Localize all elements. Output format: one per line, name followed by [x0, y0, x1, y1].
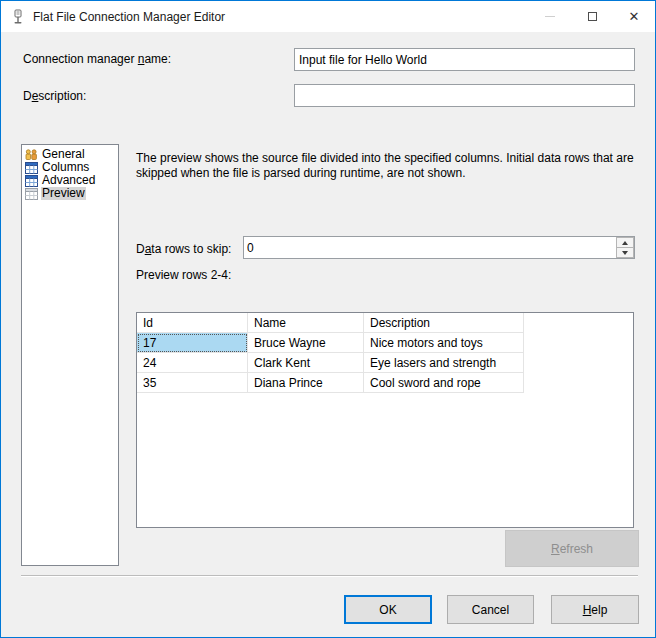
cell-id[interactable]: 24 [137, 353, 248, 373]
pages-tree: General Columns Advanced [21, 144, 119, 566]
cell-description[interactable]: Cool sword and rope [364, 373, 524, 393]
cell-name[interactable]: Clark Kent [248, 353, 364, 373]
spinner-up-icon[interactable] [616, 237, 634, 248]
column-header-description[interactable]: Description [364, 313, 524, 333]
help-button[interactable]: Help [551, 595, 639, 624]
maximize-icon[interactable] [571, 1, 613, 32]
caption-buttons: ✕ [529, 1, 655, 32]
column-header-id[interactable]: Id [137, 313, 248, 333]
columns-icon [25, 162, 38, 174]
connection-manager-name-input[interactable] [294, 48, 635, 71]
general-icon [25, 149, 38, 161]
spinner-down-icon[interactable] [616, 248, 634, 258]
cell-name[interactable]: Bruce Wayne [248, 333, 364, 353]
cell-description[interactable]: Eye lasers and strength [364, 353, 524, 373]
data-rows-to-skip-input[interactable] [244, 237, 616, 258]
preview-description-text: The preview shows the source file divide… [136, 151, 636, 181]
preview-rows-label: Preview rows 2-4: [136, 268, 231, 282]
preview-icon [25, 188, 38, 200]
flat-file-connection-icon [11, 9, 25, 25]
spinner [616, 237, 634, 258]
flat-file-connection-manager-dialog: Flat File Connection Manager Editor ✕ Co… [0, 0, 656, 638]
cell-id[interactable]: 35 [137, 373, 248, 393]
cell-name[interactable]: Diana Prince [248, 373, 364, 393]
grid-header-row: Id Name Description [137, 313, 524, 333]
minimize-icon [529, 1, 571, 32]
description-label: Description: [23, 89, 86, 103]
data-rows-to-skip-label: Data rows to skip: [136, 242, 231, 256]
cell-id[interactable]: 17 [137, 333, 248, 353]
data-rows-to-skip-field [243, 236, 635, 259]
ok-button[interactable]: OK [344, 595, 432, 624]
description-input[interactable] [294, 84, 635, 107]
tree-item-preview[interactable]: Preview [22, 187, 118, 200]
preview-grid-panel: Id Name Description 17 Bruce Wayne Nice … [136, 312, 634, 528]
cancel-button[interactable]: Cancel [447, 595, 534, 624]
title-bar: Flat File Connection Manager Editor ✕ [1, 1, 655, 32]
cell-description[interactable]: Nice motors and toys [364, 333, 524, 353]
connection-manager-name-label: Connection manager name: [23, 52, 171, 66]
close-icon[interactable]: ✕ [613, 1, 655, 32]
advanced-icon [25, 175, 38, 187]
table-row: 17 Bruce Wayne Nice motors and toys [137, 333, 524, 353]
tree-item-label: Preview [41, 187, 86, 200]
refresh-button[interactable]: Refresh [505, 530, 639, 567]
preview-grid: Id Name Description 17 Bruce Wayne Nice … [137, 313, 524, 393]
window-title: Flat File Connection Manager Editor [33, 10, 225, 24]
column-header-name[interactable]: Name [248, 313, 364, 333]
table-row: 35 Diana Prince Cool sword and rope [137, 373, 524, 393]
table-row: 24 Clark Kent Eye lasers and strength [137, 353, 524, 373]
footer-divider [21, 575, 638, 577]
